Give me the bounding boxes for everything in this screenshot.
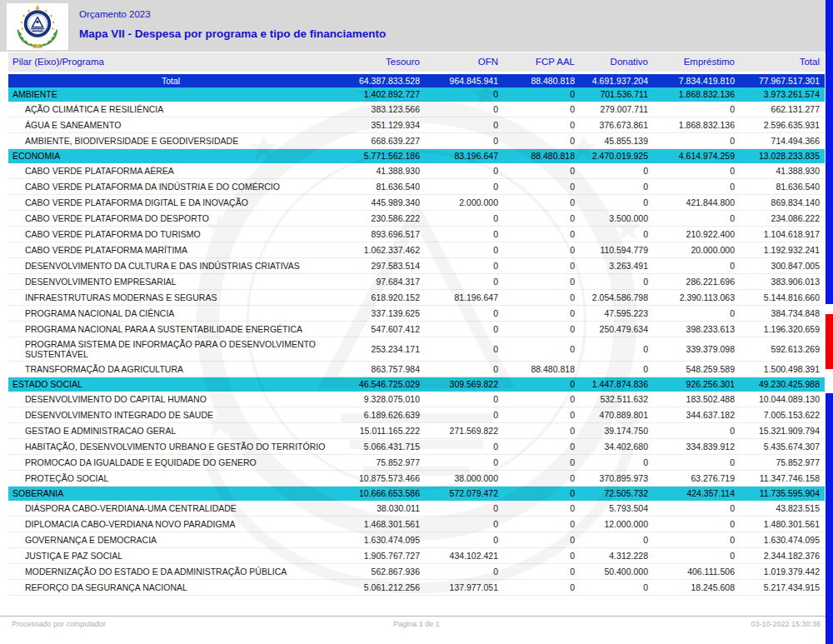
amount-cell: 88.480.818 xyxy=(503,362,580,377)
program-row: CABO VERDE PLATAFORMA DO TURISMO893.696.… xyxy=(8,227,825,242)
amount-cell: 383.906.013 xyxy=(740,274,825,290)
amount-cell: 253.234.171 xyxy=(333,337,425,362)
program-name: CABO VERDE PLATAFORMA MARÍTIMA xyxy=(8,242,333,258)
amount-cell: 1.630.474.095 xyxy=(333,532,425,548)
amount-cell: 0 xyxy=(503,258,580,274)
amount-cell: 1.447.874.836 xyxy=(580,377,653,392)
amount-cell: 0 xyxy=(503,532,580,548)
program-name: DESENVOLVIMENTO EMPRESARIAL xyxy=(8,274,333,290)
amount-cell: 5.793.504 xyxy=(580,501,653,517)
amount-cell: 0 xyxy=(580,227,653,242)
amount-cell: 869.834.140 xyxy=(740,195,825,211)
amount-cell: 137.977.051 xyxy=(425,580,503,596)
flag-white-segment-2 xyxy=(826,369,833,393)
amount-cell: 0 xyxy=(503,501,580,517)
amount-cell: 0 xyxy=(425,564,503,580)
amount-cell: 424.357.114 xyxy=(653,487,740,501)
amount-cell: 0 xyxy=(425,274,503,290)
amount-cell: 77.967.517.301 xyxy=(740,72,825,87)
amount-cell: 0 xyxy=(503,487,580,501)
amount-cell: 434.102.421 xyxy=(425,548,503,564)
cabo-verde-emblem-logo xyxy=(11,5,64,48)
amount-cell: 110.594.779 xyxy=(580,242,653,258)
amount-cell: 2.344.182.376 xyxy=(740,548,825,564)
amount-cell: 470.889.801 xyxy=(580,407,653,423)
amount-cell: 548.259.589 xyxy=(653,362,740,377)
program-name: DESENVOLVIMENTO DA CULTURA E DAS INDÚSTR… xyxy=(8,258,333,274)
program-row: PROTEÇÃO SOCIAL10.875.573.46638.000.0000… xyxy=(8,471,825,487)
amount-cell: 398.233.613 xyxy=(653,322,740,337)
section-name: ESTADO SOCIAL xyxy=(8,377,333,392)
amount-cell: 2.390.113.063 xyxy=(653,290,740,306)
amount-cell: 0 xyxy=(653,306,740,322)
amount-cell: 0 xyxy=(425,532,503,548)
program-row: CABO VERDE PLATAFORMA DA INDÚSTRIA E DO … xyxy=(8,179,825,195)
amount-cell: 43.823.515 xyxy=(740,501,825,517)
amount-cell: 0 xyxy=(580,337,653,362)
amount-cell: 3.973.261.574 xyxy=(740,87,825,102)
amount-cell: 183.502.488 xyxy=(653,392,740,407)
program-row: PROGRAMA NACIONAL PARA A SUSTENTABILIDAD… xyxy=(8,322,825,337)
section-name: SOBERANIA xyxy=(8,487,333,501)
amount-cell: 0 xyxy=(653,211,740,227)
amount-cell: 5.144.816.660 xyxy=(740,290,825,306)
amount-cell: 714.494.366 xyxy=(740,133,825,149)
program-row: AÇÃO CLIMÁTICA E RESILIÊNCIA383.123.5660… xyxy=(8,102,825,117)
amount-cell: 3.500.000 xyxy=(580,211,653,227)
amount-cell: 300.847.005 xyxy=(740,258,825,274)
amount-cell: 0 xyxy=(503,195,580,211)
amount-cell: 0 xyxy=(425,117,503,133)
amount-cell: 41.388.930 xyxy=(333,163,425,179)
program-name: REFORÇO DA SEGURANÇA NACIONAL xyxy=(8,580,333,596)
program-name: PROMOCAO DA IGUALDADE E EQUIDADE DO GENE… xyxy=(8,455,333,471)
program-name: AÇÃO CLIMÁTICA E RESILIÊNCIA xyxy=(8,102,333,117)
amount-cell: 0 xyxy=(580,179,653,195)
program-row: DESENVOLVIMENTO DO CAPITAL HUMANO9.328.0… xyxy=(8,392,825,407)
amount-cell: 10.666.653.586 xyxy=(333,487,425,501)
amount-cell: 0 xyxy=(653,133,740,149)
amount-cell: 863.757.984 xyxy=(333,362,425,377)
amount-cell: 88.480.818 xyxy=(503,149,580,163)
section-header-row: ESTADO SOCIAL46.546.725.029309.569.82201… xyxy=(8,377,825,392)
program-row: TRANSFORMAÇÃO DA AGRICULTURA863.757.9840… xyxy=(8,362,825,377)
page-footer: Processado por computador Pagina 1 de 1 … xyxy=(0,620,833,632)
amount-cell: 376.673.861 xyxy=(580,117,653,133)
amount-cell: 0 xyxy=(425,87,503,102)
amount-cell: 0 xyxy=(653,501,740,517)
program-name: DIPLOMACIA CABO-VERDIANA NOVO PARADIGMA xyxy=(8,517,333,532)
program-row: DESENVOLVIMENTO DA CULTURA E DAS INDÚSTR… xyxy=(8,258,825,274)
col-header-donativo: Donativo xyxy=(580,52,653,72)
amount-cell: 370.895.973 xyxy=(580,471,653,487)
section-header-row: SOBERANIA10.666.653.586572.079.472072.50… xyxy=(8,487,825,501)
amount-cell: 2.054.586.798 xyxy=(580,290,653,306)
flag-red-segment xyxy=(826,314,833,369)
amount-cell: 964.845.941 xyxy=(425,72,503,87)
section-header-row: ECONOMIA5.771.562.18683.196.64788.480.81… xyxy=(8,149,825,163)
amount-cell: 0 xyxy=(503,439,580,455)
amount-cell: 0 xyxy=(503,455,580,471)
amount-cell: 0 xyxy=(425,242,503,258)
program-name: JUSTIÇA E PAZ SOCIAL xyxy=(8,548,333,564)
program-name: DIÁSPORA CABO-VERDIANA-UMA CENTRALIDADE xyxy=(8,501,333,517)
amount-cell: 5.061.212.256 xyxy=(333,580,425,596)
amount-cell: 0 xyxy=(580,580,653,596)
amount-cell: 75.852.977 xyxy=(740,455,825,471)
program-name: PROTEÇÃO SOCIAL xyxy=(8,471,333,487)
footer-divider xyxy=(0,616,833,617)
program-row: CABO VERDE PLATAFORMA AÉREA41.388.930000… xyxy=(8,163,825,179)
program-row: CABO VERDE PLATAFORMA MARÍTIMA1.062.337.… xyxy=(8,242,825,258)
amount-cell: 0 xyxy=(425,439,503,455)
program-name: GESTAO E ADMINISTRACAO GERAL xyxy=(8,423,333,439)
amount-cell: 334.839.912 xyxy=(653,439,740,455)
amount-cell: 383.123.566 xyxy=(333,102,425,117)
amount-cell: 0 xyxy=(580,362,653,377)
program-name: MODERNIZAÇÃO DO ESTADO E DA ADMINISTRAÇÃ… xyxy=(8,564,333,580)
program-name: DESENVOLVIMENTO DO CAPITAL HUMANO xyxy=(8,392,333,407)
program-row: PROGRAMA NACIONAL DA CIÊNCIA337.139.6250… xyxy=(8,306,825,322)
amount-cell: 0 xyxy=(503,337,580,362)
amount-cell: 1.630.474.095 xyxy=(740,532,825,548)
amount-cell: 0 xyxy=(425,179,503,195)
amount-cell: 0 xyxy=(653,455,740,471)
amount-cell: 0 xyxy=(503,580,580,596)
amount-cell: 0 xyxy=(425,322,503,337)
